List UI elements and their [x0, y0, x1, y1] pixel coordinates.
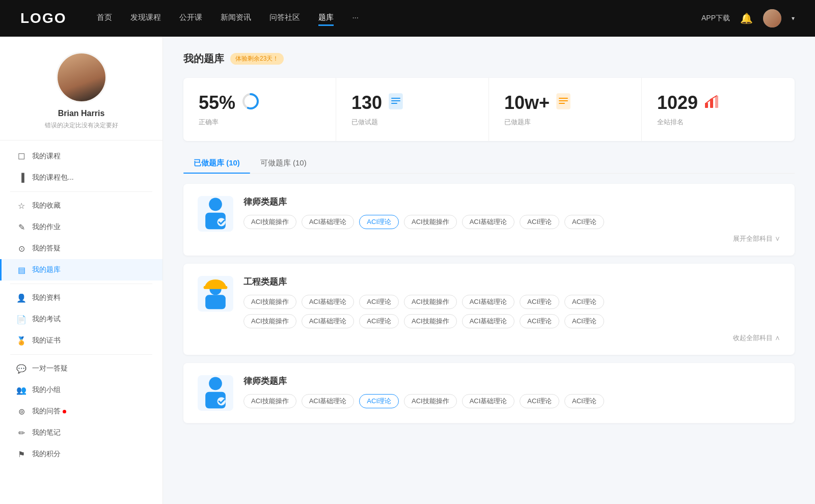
stat-done-banks-label: 已做题库 — [504, 118, 626, 127]
edit-icon: ✎ — [17, 222, 26, 232]
sidebar-item-my-questions[interactable]: ⊚ 我的问答 — [0, 401, 162, 422]
nav-questions[interactable]: 题库 — [318, 11, 334, 26]
tag-1-0[interactable]: ACI技能操作 — [243, 215, 296, 229]
sidebar-menu: ☐ 我的课程 ▐ 我的课程包... ☆ 我的收藏 ✎ 我的作业 ⊙ 我的答疑 ▤ — [0, 141, 162, 470]
sidebar-item-profile[interactable]: 👤 我的资料 — [0, 287, 162, 309]
tag-e2-2[interactable]: ACI理论 — [359, 314, 399, 328]
stat-done-banks: 10w+ 已做题库 — [489, 78, 642, 141]
sidebar-item-question-bank[interactable]: ▤ 我的题库 — [0, 259, 162, 281]
tag-e-1[interactable]: ACI基础理论 — [302, 295, 355, 309]
notification-bell[interactable]: 🔔 — [740, 12, 753, 24]
tag-e2-4[interactable]: ACI基础理论 — [462, 314, 515, 328]
bar-chart-icon: ▐ — [17, 173, 26, 182]
stat-done-banks-value: 10w+ — [504, 92, 550, 114]
stat-done-questions-value: 130 — [351, 92, 382, 114]
qbank-tags-1: ACI技能操作 ACI基础理论 ACI理论 ACI技能操作 ACI基础理论 AC… — [243, 215, 780, 229]
layout: Brian Harris 错误的决定比没有决定要好 ☐ 我的课程 ▐ 我的课程包… — [0, 37, 815, 504]
file-text-icon: 📄 — [17, 315, 26, 324]
tag-3-1[interactable]: ACI基础理论 — [302, 394, 355, 408]
nav-home[interactable]: 首页 — [97, 11, 112, 26]
tag-3-2[interactable]: ACI理论 — [359, 394, 399, 408]
svg-rect-12 — [715, 96, 718, 108]
tag-3-0[interactable]: ACI技能操作 — [243, 394, 296, 408]
qbank-expand-engineer[interactable]: 收起全部科目 ∧ — [243, 333, 780, 343]
sidebar-item-favorites[interactable]: ☆ 我的收藏 — [0, 195, 162, 216]
nav-opencourse[interactable]: 公开课 — [179, 11, 202, 26]
chat-icon: 💬 — [17, 364, 26, 373]
tag-e2-0[interactable]: ACI技能操作 — [243, 314, 296, 328]
sidebar-item-notes[interactable]: ✏ 我的笔记 — [0, 422, 162, 443]
star-icon: ☆ — [17, 201, 26, 210]
tag-3-4[interactable]: ACI基础理论 — [462, 394, 515, 408]
svg-rect-5 — [391, 103, 397, 104]
svg-rect-8 — [559, 100, 568, 101]
users-icon: 👥 — [17, 385, 26, 395]
tag-3-5[interactable]: ACI理论 — [520, 394, 559, 408]
sidebar-username: Brian Harris — [58, 109, 105, 118]
sidebar-item-group[interactable]: 👥 我的小组 — [0, 379, 162, 401]
file-icon: ☐ — [17, 152, 26, 161]
tag-3-3[interactable]: ACI技能操作 — [404, 394, 457, 408]
tag-1-4[interactable]: ACI基础理论 — [462, 215, 515, 229]
document-orange-icon — [556, 93, 571, 113]
svg-rect-17 — [204, 286, 228, 289]
tab-done-banks[interactable]: 已做题库 (10) — [183, 153, 250, 173]
stats-row: 55% 正确率 130 — [183, 78, 795, 141]
pen-icon: ✏ — [17, 428, 26, 437]
tag-e2-5[interactable]: ACI理论 — [520, 314, 559, 328]
qbank-card-engineer: 工程类题库 ACI技能操作 ACI基础理论 ACI理论 ACI技能操作 ACI基… — [183, 264, 795, 355]
svg-point-19 — [209, 377, 222, 390]
tag-e2-3[interactable]: ACI技能操作 — [404, 314, 457, 328]
sidebar-divider-1 — [10, 191, 152, 192]
bar-red-icon — [704, 94, 719, 112]
sidebar-item-homework[interactable]: ✎ 我的作业 — [0, 216, 162, 238]
tag-1-2[interactable]: ACI理论 — [359, 215, 399, 229]
svg-point-13 — [209, 198, 222, 211]
user-group-icon: 👤 — [17, 293, 26, 302]
main-content: 我的题库 体验剩余23天！ 55% 正确率 — [163, 37, 815, 504]
badge-icon: 🏅 — [17, 336, 26, 345]
avatar[interactable] — [763, 9, 781, 27]
sidebar-item-my-courses[interactable]: ☐ 我的课程 — [0, 146, 162, 167]
tab-available-banks[interactable]: 可做题库 (10) — [250, 153, 317, 173]
tag-e-0[interactable]: ACI技能操作 — [243, 295, 296, 309]
app-download-link[interactable]: APP下载 — [701, 14, 730, 23]
sidebar-item-course-package[interactable]: ▐ 我的课程包... — [0, 167, 162, 188]
sidebar-divider-2 — [10, 284, 152, 284]
svg-rect-9 — [559, 103, 565, 104]
sidebar-item-one-on-one[interactable]: 💬 一对一答疑 — [0, 358, 162, 379]
qbank-tags-engineer-1: ACI技能操作 ACI基础理论 ACI理论 ACI技能操作 ACI基础理论 AC… — [243, 295, 780, 309]
tag-3-6[interactable]: ACI理论 — [564, 394, 604, 408]
header: LOGO 首页 发现课程 公开课 新闻资讯 问答社区 题库 ··· APP下载 … — [0, 0, 815, 37]
avatar-dropdown-arrow[interactable]: ▾ — [792, 15, 795, 22]
notification-dot — [63, 410, 66, 413]
sidebar-item-certificate[interactable]: 🏅 我的证书 — [0, 330, 162, 351]
tag-1-5[interactable]: ACI理论 — [520, 215, 559, 229]
qbank-content-1: 律师类题库 ACI技能操作 ACI基础理论 ACI理论 ACI技能操作 ACI基… — [243, 196, 780, 243]
nav-discover[interactable]: 发现课程 — [130, 11, 161, 26]
tag-1-1[interactable]: ACI基础理论 — [302, 215, 355, 229]
nav-news[interactable]: 新闻资讯 — [221, 11, 251, 26]
qbank-title-1: 律师类题库 — [243, 196, 780, 208]
tag-1-3[interactable]: ACI技能操作 — [404, 215, 457, 229]
nav-qa[interactable]: 问答社区 — [269, 11, 300, 26]
tag-e2-6[interactable]: ACI理论 — [564, 314, 604, 328]
tag-e-3[interactable]: ACI技能操作 — [404, 295, 457, 309]
tag-e2-1[interactable]: ACI基础理论 — [302, 314, 355, 328]
tabs-row: 已做题库 (10) 可做题库 (10) — [183, 153, 795, 174]
document-blue-icon — [388, 93, 403, 113]
tag-e-5[interactable]: ACI理论 — [520, 295, 559, 309]
tag-1-6[interactable]: ACI理论 — [564, 215, 604, 229]
tag-e-6[interactable]: ACI理论 — [564, 295, 604, 309]
svg-rect-7 — [559, 98, 568, 99]
sidebar-avatar — [56, 52, 107, 103]
trial-badge: 体验剩余23天！ — [230, 53, 284, 65]
tag-e-2[interactable]: ACI理论 — [359, 295, 399, 309]
stat-done-questions-label: 已做试题 — [351, 118, 473, 127]
nav-more[interactable]: ··· — [352, 11, 359, 26]
sidebar-item-exam[interactable]: 📄 我的考试 — [0, 309, 162, 330]
tag-e-4[interactable]: ACI基础理论 — [462, 295, 515, 309]
sidebar-item-points[interactable]: ⚑ 我的积分 — [0, 443, 162, 465]
sidebar-item-qa[interactable]: ⊙ 我的答疑 — [0, 238, 162, 259]
qbank-expand-1[interactable]: 展开全部科目 ∨ — [243, 234, 780, 243]
